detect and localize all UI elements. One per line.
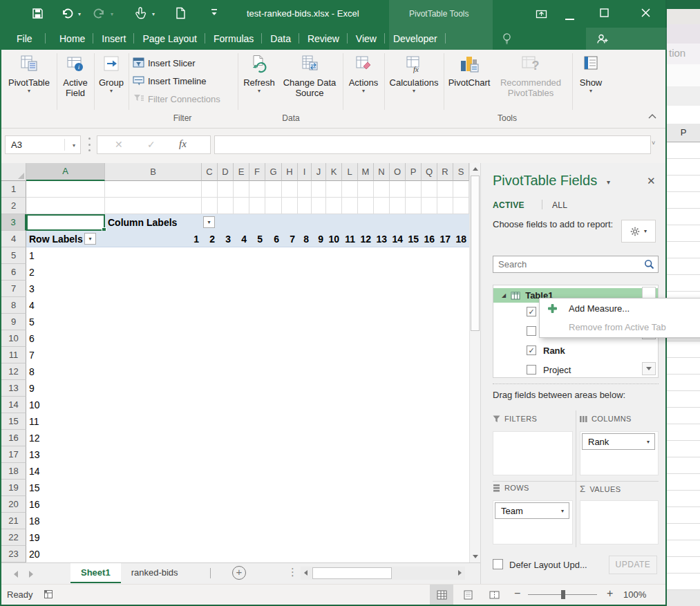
pivot-row-label-cell[interactable]: 8: [29, 363, 104, 380]
tab-data[interactable]: Data: [262, 28, 299, 50]
hscroll-right-icon[interactable]: [458, 570, 462, 576]
row-header-13[interactable]: 13: [1, 380, 26, 397]
field-checkbox[interactable]: [527, 365, 536, 375]
row-header-7[interactable]: 7: [1, 281, 26, 297]
grid-cell[interactable]: [358, 198, 374, 214]
maximize-icon[interactable]: [600, 8, 609, 19]
expand-triangle-icon[interactable]: ◢: [502, 292, 506, 299]
grid-cell[interactable]: [249, 181, 265, 198]
row-header-4[interactable]: 4: [1, 231, 26, 247]
pivot-column-header-cell[interactable]: 12: [358, 231, 371, 247]
row-header-15[interactable]: 15: [1, 413, 26, 430]
grid-cell[interactable]: [312, 181, 326, 198]
pivot-row-label-cell[interactable]: 16: [29, 496, 104, 513]
touch-mode-caret[interactable]: ▾: [152, 11, 155, 17]
pivot-column-header-cell[interactable]: 1: [105, 231, 199, 247]
pivot-row-label-cell[interactable]: 5: [29, 314, 104, 330]
grid-cell[interactable]: [437, 198, 453, 214]
row-header-2[interactable]: 2: [1, 198, 26, 214]
insert-function-icon[interactable]: fx: [179, 138, 187, 150]
field-item[interactable]: Project: [493, 362, 658, 377]
grid-cell[interactable]: [374, 198, 390, 214]
grid-cell[interactable]: [374, 181, 390, 198]
row-header-5[interactable]: 5: [1, 247, 26, 264]
pivot-column-header-cell[interactable]: 8: [298, 231, 309, 247]
grid-cell[interactable]: [312, 198, 326, 214]
grid-cell[interactable]: [298, 198, 312, 214]
close-icon[interactable]: [641, 8, 650, 19]
grid-cell[interactable]: [342, 198, 358, 214]
formula-bar-grip[interactable]: [88, 138, 91, 151]
tell-me-bulb-icon[interactable]: [502, 32, 512, 47]
column-labels-cell[interactable]: Column Labels: [108, 214, 177, 231]
new-document-icon[interactable]: [176, 7, 186, 21]
pane-close-icon[interactable]: ✕: [647, 175, 656, 187]
row-header-16[interactable]: 16: [1, 430, 26, 446]
column-header-E[interactable]: E: [234, 163, 249, 181]
formula-input[interactable]: [214, 135, 651, 154]
sheet-nav-left-icon[interactable]: [14, 571, 18, 578]
collapse-ribbon-icon[interactable]: [648, 111, 656, 121]
tab-formulas[interactable]: Formulas: [205, 28, 262, 50]
row-header-18[interactable]: 18: [1, 463, 26, 480]
column-header-D[interactable]: D: [218, 163, 234, 181]
grid-cell[interactable]: [453, 198, 469, 214]
pivottable-button[interactable]: PivotTable ▾: [3, 53, 55, 113]
zoom-out-icon[interactable]: −: [514, 587, 520, 600]
grid-cell[interactable]: [422, 198, 437, 214]
selected-cell[interactable]: [26, 214, 105, 231]
context-menu-item[interactable]: Add Measure...: [540, 299, 700, 318]
row-header-22[interactable]: 22: [1, 529, 26, 546]
hscroll-thumb[interactable]: [312, 567, 392, 579]
active-field-button[interactable]: i Active Field: [58, 53, 93, 113]
undo-icon[interactable]: [61, 8, 73, 21]
pivot-row-label-cell[interactable]: 1: [29, 247, 104, 264]
grid-cell[interactable]: [234, 198, 249, 214]
share-icon[interactable]: [596, 33, 609, 47]
field-checkbox-checked[interactable]: ✓: [527, 307, 536, 316]
customize-qat-icon[interactable]: [211, 8, 218, 19]
grid-cell[interactable]: [282, 198, 298, 214]
grid-cell[interactable]: [234, 181, 249, 198]
save-icon[interactable]: [32, 8, 44, 21]
column-header-S[interactable]: S: [453, 163, 469, 181]
vscroll-down-icon[interactable]: [470, 551, 480, 562]
tools-gear-button[interactable]: ▾: [621, 220, 656, 243]
name-box-caret[interactable]: ▾: [73, 142, 75, 149]
search-icon[interactable]: [644, 259, 654, 272]
zoom-in-icon[interactable]: +: [607, 587, 613, 600]
tab-developer[interactable]: Developer: [385, 28, 446, 50]
insert-slicer-button[interactable]: Insert Slicer: [133, 55, 196, 71]
row-header-9[interactable]: 9: [1, 314, 26, 330]
pivot-column-header-cell[interactable]: 3: [218, 231, 231, 247]
pivot-row-label-cell[interactable]: 19: [29, 529, 104, 546]
column-header-Q[interactable]: Q: [422, 163, 437, 181]
vertical-scrollbar[interactable]: [469, 163, 480, 562]
row-header-17[interactable]: 17: [1, 446, 26, 463]
macro-record-icon[interactable]: [43, 589, 54, 602]
grid-cell[interactable]: [202, 198, 218, 214]
column-header-G[interactable]: G: [265, 163, 282, 181]
column-header-K[interactable]: K: [326, 163, 342, 181]
pane-tab-active[interactable]: ACTIVE: [493, 200, 524, 210]
pivot-column-header-cell[interactable]: 15: [406, 231, 419, 247]
refresh-button[interactable]: Refresh ▾: [240, 53, 278, 113]
grid-cell[interactable]: [105, 198, 202, 214]
column-header-I[interactable]: I: [298, 163, 312, 181]
actions-button[interactable]: Actions ▾: [344, 53, 383, 113]
grid-cell[interactable]: [249, 198, 265, 214]
grid-cell[interactable]: [406, 198, 422, 214]
vscroll-thumb[interactable]: [471, 176, 480, 331]
field-item[interactable]: ✓Rank: [493, 343, 658, 358]
tab-review[interactable]: Review: [299, 28, 348, 50]
grid-cell[interactable]: [265, 198, 282, 214]
row-header-12[interactable]: 12: [1, 363, 26, 380]
pill-caret[interactable]: ▾: [647, 439, 650, 445]
pivotchart-button[interactable]: PivotChart: [445, 53, 493, 113]
show-button[interactable]: Show ▾: [575, 53, 607, 113]
pivot-row-label-cell[interactable]: 20: [29, 546, 104, 562]
row-header-23[interactable]: 23: [1, 546, 26, 562]
pivot-row-label-cell[interactable]: 11: [29, 413, 104, 430]
column-header-R[interactable]: R: [437, 163, 453, 181]
area-box-filters[interactable]: [493, 431, 573, 475]
